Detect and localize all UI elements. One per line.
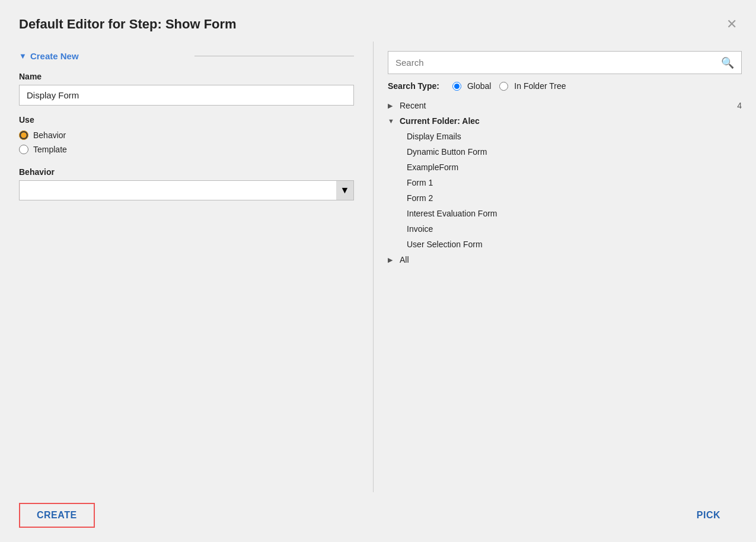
search-type-row: Search Type: Global In Folder Tree [388,81,742,91]
in-folder-tree-label: In Folder Tree [514,81,566,91]
behavior-radio-label: Behavior [33,130,66,140]
item-form-2: Form 2 [407,193,433,203]
global-radio[interactable] [452,82,461,91]
close-icon[interactable]: ✕ [726,18,737,31]
pick-button[interactable]: PICK [680,504,737,527]
item-form-1: Form 1 [407,178,433,187]
list-item[interactable]: Interest Evaluation Form [407,206,742,221]
all-tree-item[interactable]: ▶ All [388,252,742,267]
list-item[interactable]: Display Emails [407,129,742,144]
use-label: Use [19,115,354,125]
name-input[interactable] [19,85,354,106]
list-item[interactable]: ExampleForm [407,160,742,175]
list-item[interactable]: Invoice [407,221,742,237]
folder-tree-radio[interactable] [499,82,508,91]
tree-children: Display Emails Dynamic Button Form Examp… [388,129,742,252]
dialog: Default Editor for Step: Show Form ✕ ▼ C… [0,0,756,542]
template-radio-label: Template [33,145,67,154]
item-user-selection-form: User Selection Form [407,240,483,249]
recent-label: Recent [400,101,426,110]
behavior-select[interactable]: Option 1 Option 2 [19,180,354,200]
create-new-header: ▼ Create New [19,51,354,61]
item-dynamic-button-form: Dynamic Button Form [407,147,487,157]
in-folder-tree-radio-row: In Folder Tree [499,81,566,91]
list-item[interactable]: Form 1 [407,175,742,190]
behavior-select-wrapper: Option 1 Option 2 ▼ [19,180,354,200]
dialog-footer: CREATE PICK [0,492,756,542]
behavior-radio[interactable] [19,130,28,140]
search-bar: 🔍 [388,51,742,74]
global-label: Global [467,81,491,91]
dialog-body: ▼ Create New Name Use Behavior Template … [0,42,756,492]
footer-left: CREATE [19,503,95,528]
template-radio[interactable] [19,145,28,154]
dialog-title: Default Editor for Step: Show Form [19,17,237,32]
behavior-label: Behavior [19,167,354,177]
all-arrow-icon: ▶ [388,256,395,264]
current-folder-label: Current Folder: Alec [400,116,480,126]
behavior-radio-row: Behavior [19,130,354,140]
create-button[interactable]: CREATE [19,503,95,528]
dialog-header: Default Editor for Step: Show Form ✕ [0,0,756,42]
create-new-label: Create New [30,51,190,61]
item-invoice: Invoice [407,224,433,234]
triangle-down-icon: ▼ [19,52,27,60]
left-panel: ▼ Create New Name Use Behavior Template … [0,42,374,492]
all-label: All [400,255,409,264]
search-type-label: Search Type: [388,81,439,91]
current-folder-item[interactable]: ▼ Current Folder: Alec [388,113,742,129]
list-item[interactable]: Form 2 [407,190,742,206]
item-example-form: ExampleForm [407,162,458,172]
create-new-divider [194,56,354,56]
search-input[interactable] [388,52,714,74]
name-label: Name [19,72,354,81]
search-icon[interactable]: 🔍 [714,56,741,69]
current-folder-arrow-icon: ▼ [388,117,395,125]
template-radio-row: Template [19,145,354,154]
list-item[interactable]: User Selection Form [407,237,742,252]
list-item[interactable]: Dynamic Button Form [407,144,742,160]
right-panel: 🔍 Search Type: Global In Folder Tree ▶ [374,42,756,492]
recent-tree-item[interactable]: ▶ Recent 4 [388,98,742,113]
tree-container: ▶ Recent 4 ▼ Current Folder: Alec Displa… [388,98,742,492]
recent-arrow-icon: ▶ [388,102,395,110]
item-interest-evaluation-form: Interest Evaluation Form [407,209,497,218]
recent-count: 4 [737,101,742,110]
item-display-emails: Display Emails [407,132,461,141]
global-radio-row: Global [452,81,491,91]
